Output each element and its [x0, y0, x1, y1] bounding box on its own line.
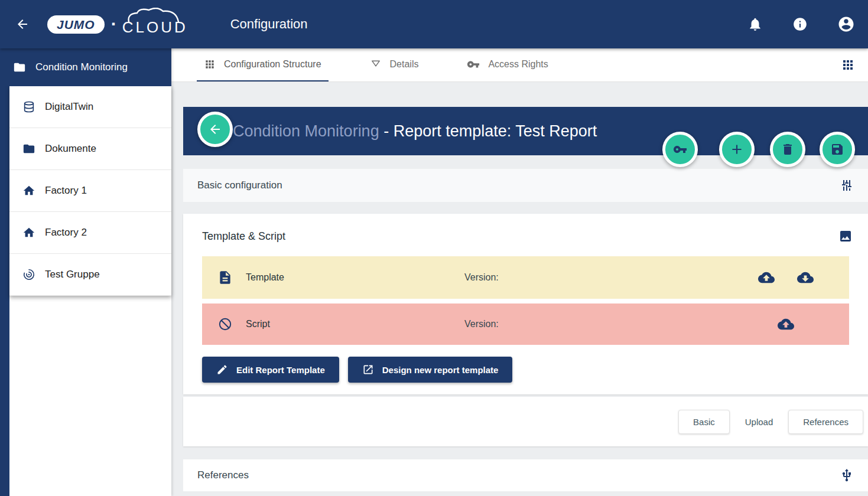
basic-configuration-label: Basic configuration	[197, 180, 282, 191]
sidebar-item-condition-monitoring[interactable]: Condition Monitoring	[0, 48, 171, 86]
folder-icon	[13, 61, 26, 74]
back-arrow-icon[interactable]	[15, 17, 30, 31]
digitaltwin-icon	[22, 100, 35, 113]
tab-configuration-structure[interactable]: Configuration Structure	[197, 48, 329, 81]
notifications-icon[interactable]	[747, 17, 763, 32]
sidebar-root-label: Condition Monitoring	[35, 61, 128, 73]
filter-icon	[370, 58, 382, 70]
detail-title: Condition Monitoring - Report template: …	[197, 104, 597, 159]
trash-icon	[781, 142, 795, 156]
page-title: Configuration	[230, 17, 308, 32]
account-icon[interactable]	[837, 15, 855, 33]
sidebar-item-dokumente[interactable]: Dokumente	[9, 128, 171, 170]
template-row: Template Version:	[202, 256, 849, 299]
main-area: Configuration Structure Details Access R…	[171, 48, 868, 496]
image-icon[interactable]	[838, 229, 853, 243]
template-version-label: Version:	[464, 272, 499, 283]
template-row-label: Template	[246, 272, 464, 283]
sidebar-item-label: Factory 1	[45, 185, 87, 197]
usb-icon[interactable]	[840, 468, 854, 482]
tab-access-rights[interactable]: Access Rights	[460, 48, 555, 81]
sidebar-children-panel: DigitalTwin Dokumente Factory 1 Factory …	[9, 86, 171, 296]
info-icon[interactable]	[792, 17, 808, 32]
template-script-header: Template & Script	[183, 214, 868, 256]
sidebar-item-factory-2[interactable]: Factory 2	[9, 212, 171, 254]
script-row-label: Script	[246, 319, 464, 329]
plus-icon	[729, 142, 745, 157]
sidebar-accent-strip	[0, 48, 9, 496]
detail-header: Condition Monitoring - Report template: …	[183, 107, 868, 155]
content-area: Condition Monitoring - Report template: …	[171, 107, 868, 496]
tab-label: Details	[390, 59, 419, 70]
sidebar-item-label: DigitalTwin	[45, 101, 93, 113]
sidebar: Condition Monitoring DigitalTwin Dokumen…	[0, 48, 171, 496]
cloud-upload-icon[interactable]	[778, 316, 794, 332]
edit-report-template-button[interactable]: Edit Report Template	[202, 357, 339, 383]
home-icon	[22, 226, 35, 239]
key-icon	[467, 58, 480, 71]
save-icon	[830, 142, 844, 156]
document-icon	[217, 270, 233, 285]
template-script-title: Template & Script	[202, 230, 285, 243]
references-section[interactable]: References	[183, 459, 868, 491]
save-fab-button[interactable]	[820, 132, 855, 167]
design-new-report-template-button[interactable]: Design new report template	[348, 357, 513, 383]
sidebar-item-label: Factory 2	[45, 227, 87, 239]
sidebar-item-label: Test Gruppe	[45, 269, 100, 280]
add-fab-button[interactable]	[719, 132, 755, 167]
sidebar-item-label: Dokumente	[45, 143, 96, 155]
script-row: Script Version:	[202, 304, 849, 345]
template-card-buttons: Edit Report Template Design new report t…	[183, 350, 868, 394]
script-row-actions	[778, 316, 849, 332]
cloud-logo: CLOUD	[122, 12, 188, 37]
tune-icon[interactable]	[840, 178, 854, 192]
tab-details[interactable]: Details	[363, 48, 426, 81]
key-icon	[673, 142, 687, 156]
design-button-label: Design new report template	[382, 365, 499, 375]
edit-icon	[216, 364, 228, 376]
access-rights-fab-button[interactable]	[662, 132, 698, 167]
cloud-outline-icon	[119, 8, 188, 23]
tab-label: Configuration Structure	[224, 59, 321, 70]
basic-button[interactable]: Basic	[678, 410, 730, 434]
sidebar-item-digitaltwin[interactable]: DigitalTwin	[9, 86, 171, 128]
detail-title-rest: - Report template: Test Report	[379, 122, 597, 140]
edit-button-label: Edit Report Template	[236, 365, 325, 375]
cloud-upload-icon[interactable]	[758, 269, 775, 286]
delete-fab-button[interactable]	[770, 132, 805, 167]
references-button[interactable]: References	[788, 410, 863, 434]
topbar: JUMO · CLOUD Configuration	[0, 0, 868, 48]
basic-configuration-section[interactable]: Basic configuration	[183, 169, 868, 202]
jumo-logo: JUMO	[47, 15, 105, 34]
detail-title-prefix: Condition Monitoring	[233, 122, 379, 140]
grid-icon	[204, 58, 216, 70]
open-in-new-icon	[362, 364, 374, 376]
apps-grid-icon[interactable]	[841, 58, 855, 72]
arrow-left-icon	[208, 122, 222, 136]
sidebar-item-test-gruppe[interactable]: Test Gruppe	[9, 254, 171, 296]
tab-label: Access Rights	[488, 59, 548, 70]
back-fab-button[interactable]	[197, 112, 233, 147]
target-icon	[22, 268, 35, 281]
references-label: References	[197, 469, 249, 481]
brand-logo: JUMO · CLOUD	[47, 12, 188, 37]
template-row-actions	[758, 269, 849, 286]
upload-button[interactable]: Upload	[740, 410, 778, 433]
folder-icon	[22, 142, 35, 155]
home-icon	[22, 184, 35, 197]
script-off-icon	[217, 316, 233, 332]
script-version-label: Version:	[464, 319, 499, 329]
sidebar-item-factory-1[interactable]: Factory 1	[9, 170, 171, 212]
template-script-card: Template & Script Template Version: Scri…	[183, 214, 868, 394]
cloud-download-icon[interactable]	[797, 269, 814, 286]
brand-separator: ·	[111, 15, 117, 33]
tab-bar: Configuration Structure Details Access R…	[171, 48, 868, 82]
topbar-actions	[747, 15, 855, 33]
footer-actions-card: Basic Upload References	[183, 397, 868, 446]
